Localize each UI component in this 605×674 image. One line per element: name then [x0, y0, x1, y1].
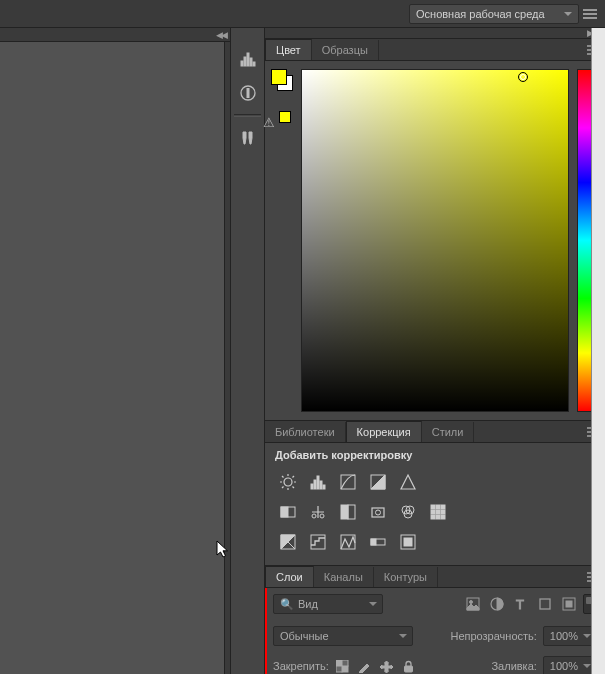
opacity-value: 100%	[550, 630, 578, 642]
svg-rect-40	[441, 510, 445, 514]
svg-rect-41	[431, 515, 435, 519]
selective-color-icon[interactable]	[397, 531, 419, 553]
color-field-cursor	[518, 72, 528, 82]
svg-rect-30	[372, 508, 384, 517]
vibrance-icon[interactable]	[397, 471, 419, 493]
adjustments-row-3	[265, 527, 605, 557]
svg-point-52	[470, 601, 473, 604]
tab-channels[interactable]: Каналы	[314, 567, 374, 587]
invert-icon[interactable]	[277, 531, 299, 553]
svg-rect-7	[247, 89, 249, 91]
right-window-edge	[591, 28, 605, 674]
layers-panel-wrap: Слои Каналы Контуры 🔍 Вид T	[265, 566, 605, 674]
lock-position-icon[interactable]	[379, 658, 395, 674]
gamut-warning-icon[interactable]: ⚠	[263, 115, 275, 130]
color-swatches-column: ⚠	[265, 61, 299, 420]
info-icon[interactable]	[235, 80, 261, 106]
lock-transparency-icon[interactable]	[335, 658, 351, 674]
fg-color-swatch[interactable]	[271, 69, 287, 85]
canvas-area[interactable]: ◀◀	[0, 28, 231, 674]
tab-paths[interactable]: Контуры	[374, 567, 438, 587]
filter-adjustment-icon[interactable]	[489, 596, 505, 612]
brushes-icon[interactable]	[235, 125, 261, 151]
svg-rect-25	[281, 507, 288, 517]
mouse-cursor	[216, 540, 232, 562]
mini-panel-strip	[231, 28, 265, 674]
filter-shape-icon[interactable]	[537, 596, 553, 612]
lock-fill-row: Закрепить: Заливка: 100%	[265, 652, 605, 674]
adjustments-panel-tabs: Библиотеки Коррекция Стили	[265, 421, 605, 443]
curves-icon[interactable]	[337, 471, 359, 493]
svg-rect-57	[566, 601, 572, 607]
svg-rect-3	[250, 58, 252, 66]
svg-line-14	[293, 487, 295, 489]
svg-rect-36	[436, 505, 440, 509]
adjustments-panel: Добавить корректировку	[265, 443, 605, 566]
svg-rect-0	[241, 61, 243, 66]
posterize-icon[interactable]	[307, 531, 329, 553]
exposure-icon[interactable]	[367, 471, 389, 493]
black-white-icon[interactable]	[337, 501, 359, 523]
channel-mixer-icon[interactable]	[397, 501, 419, 523]
layer-filter-dropdown[interactable]: 🔍 Вид	[273, 594, 383, 614]
fill-label: Заливка:	[491, 660, 536, 672]
svg-line-13	[282, 476, 284, 478]
photo-filter-icon[interactable]	[367, 501, 389, 523]
svg-point-8	[284, 478, 292, 486]
canvas-collapse-bar[interactable]: ◀◀	[0, 28, 230, 42]
svg-rect-22	[341, 475, 355, 489]
tab-swatches[interactable]: Образцы	[312, 40, 379, 60]
threshold-icon[interactable]	[337, 531, 359, 553]
svg-rect-62	[405, 666, 413, 672]
tab-styles[interactable]: Стили	[422, 422, 475, 442]
workspace-label: Основная рабочая среда	[416, 8, 545, 20]
color-field[interactable]	[301, 69, 569, 412]
search-icon: 🔍	[280, 598, 294, 611]
layers-panel-tabs: Слои Каналы Контуры	[265, 566, 605, 588]
color-lookup-icon[interactable]	[427, 501, 449, 523]
tab-layers[interactable]: Слои	[265, 566, 314, 587]
svg-rect-39	[436, 510, 440, 514]
svg-rect-50	[404, 538, 412, 546]
svg-rect-38	[431, 510, 435, 514]
workspace-dropdown[interactable]: Основная рабочая среда	[409, 4, 579, 24]
svg-rect-45	[311, 535, 325, 549]
tab-adjustments[interactable]: Коррекция	[346, 421, 422, 442]
blend-mode-dropdown[interactable]: Обычные	[273, 626, 413, 646]
svg-text:T: T	[516, 597, 524, 611]
filter-smartobject-icon[interactable]	[561, 596, 577, 612]
layer-filter-icons: T	[465, 596, 577, 612]
svg-rect-18	[314, 480, 316, 489]
tab-libraries[interactable]: Библиотеки	[265, 422, 346, 442]
gradient-map-icon[interactable]	[367, 531, 389, 553]
fill-input[interactable]: 100%	[543, 656, 597, 674]
levels-icon[interactable]	[307, 471, 329, 493]
tab-color[interactable]: Цвет	[265, 39, 312, 60]
histogram-icon[interactable]	[235, 46, 261, 72]
svg-rect-37	[441, 505, 445, 509]
color-panel-tabs: Цвет Образцы	[265, 39, 605, 61]
color-balance-icon[interactable]	[307, 501, 329, 523]
filter-type-icon[interactable]: T	[513, 596, 529, 612]
adjustments-row-2	[265, 497, 605, 527]
svg-rect-2	[247, 53, 249, 66]
strip-separator	[234, 114, 261, 117]
lock-pixels-icon[interactable]	[357, 658, 373, 674]
brightness-contrast-icon[interactable]	[277, 471, 299, 493]
svg-line-15	[282, 487, 284, 489]
panels-collapse-bar[interactable]: ▶▶	[265, 28, 605, 39]
lock-all-icon[interactable]	[401, 658, 417, 674]
top-toolbar: Основная рабочая среда	[0, 0, 605, 28]
gamut-swatch[interactable]	[279, 111, 301, 133]
canvas-gutter	[224, 42, 230, 674]
panels-column: ▶▶ Цвет Образцы ⚠	[265, 28, 605, 674]
hue-saturation-icon[interactable]	[277, 501, 299, 523]
lock-label: Закрепить:	[273, 660, 329, 672]
opacity-input[interactable]: 100%	[543, 626, 597, 646]
svg-rect-28	[341, 505, 348, 519]
filter-pixel-icon[interactable]	[465, 596, 481, 612]
adjustments-title: Добавить корректировку	[265, 443, 605, 467]
svg-line-16	[293, 476, 295, 478]
fg-bg-swatch[interactable]	[271, 69, 293, 91]
workspace-menu-icon[interactable]	[583, 7, 597, 21]
